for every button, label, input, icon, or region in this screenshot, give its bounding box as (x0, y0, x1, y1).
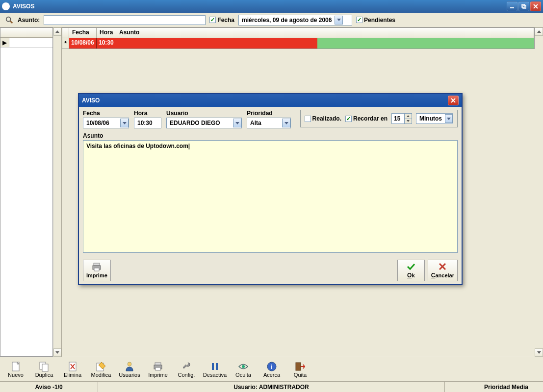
users-icon (125, 361, 134, 372)
cancelar-button[interactable]: Cancelar (428, 260, 458, 281)
modifica-button[interactable]: Modifica (87, 358, 115, 380)
svg-rect-16 (155, 368, 160, 370)
current-row-indicator: ▶ (0, 38, 9, 47)
prioridad-field[interactable]: Alta (247, 118, 291, 128)
scroll-up-button[interactable] (535, 27, 543, 36)
fecha-dropdown[interactable]: miércoles, 09 de agosto de 2006 (238, 15, 352, 25)
acerca-button[interactable]: iAcerca (258, 358, 285, 380)
side-grid[interactable]: ▶ (0, 27, 53, 357)
config-button[interactable]: Config. (173, 358, 200, 380)
svg-rect-7 (94, 268, 99, 271)
close-button[interactable] (530, 1, 541, 11)
duplica-button[interactable]: Duplica (30, 358, 58, 380)
chevron-down-icon[interactable] (445, 114, 453, 123)
recordar-spinner[interactable]: 15 (391, 113, 412, 124)
desactiva-button[interactable]: Desactiva (201, 358, 229, 380)
new-icon (11, 361, 21, 372)
svg-rect-5 (94, 263, 100, 266)
pendientes-label: Pendientes (364, 17, 395, 24)
hora-label: Hora (134, 110, 161, 117)
spin-up-icon[interactable] (404, 114, 412, 119)
ok-button[interactable]: Ok (397, 260, 425, 281)
svg-rect-17 (212, 363, 214, 370)
pendientes-checkbox[interactable] (356, 17, 362, 23)
main-scrollbar[interactable] (535, 27, 543, 357)
chevron-down-icon[interactable] (233, 119, 241, 127)
fecha-chk-label: Fecha (217, 17, 234, 24)
cell-asunto-green (317, 38, 534, 49)
row-marker: * (62, 38, 69, 49)
prioridad-label: Prioridad (247, 110, 291, 117)
chevron-down-icon[interactable] (282, 119, 290, 127)
chevron-down-icon[interactable] (335, 16, 343, 24)
asunto-filter-input[interactable] (44, 15, 206, 25)
usuario-label: Usuario (166, 110, 242, 117)
filter-bar: Asunto: Fecha miércoles, 09 de agosto de… (0, 13, 543, 27)
realizado-checkbox-wrap[interactable]: Realizado. (305, 115, 341, 122)
quita-button[interactable]: Quita (286, 358, 314, 380)
check-icon (406, 262, 416, 271)
svg-rect-2 (523, 5, 526, 8)
printer-icon (153, 361, 163, 372)
status-left: Aviso -1/0 (0, 382, 98, 392)
info-icon: i (267, 361, 277, 372)
oculta-button[interactable]: Oculta (230, 358, 257, 380)
cell-hora: 10:30 (97, 38, 116, 49)
side-scrollbar[interactable] (53, 27, 61, 357)
dialog-title: AVISO (82, 97, 100, 104)
status-center: Usuario: ADMINISTRADOR (98, 382, 445, 392)
elimina-button[interactable]: Elimina (59, 358, 86, 380)
svg-rect-22 (296, 363, 301, 370)
unidad-field[interactable]: Minutos (416, 113, 453, 124)
fecha-label: Fecha (83, 110, 129, 117)
cell-fecha: 10/08/06 (69, 38, 97, 49)
nuevo-button[interactable]: Nuevo (2, 358, 29, 380)
hora-field[interactable]: 10:30 (134, 118, 161, 128)
svg-rect-18 (216, 363, 218, 370)
fecha-field[interactable]: 10/08/06 (83, 118, 129, 128)
fecha-checkbox[interactable] (209, 17, 216, 23)
imprime-button[interactable]: Imprime (83, 260, 111, 281)
fecha-checkbox-wrap[interactable]: Fecha (209, 17, 234, 24)
usuarios-button[interactable]: Usuarios (116, 358, 143, 380)
svg-rect-14 (155, 363, 161, 365)
window-title: AVISOS (13, 3, 34, 10)
col-hora[interactable]: Hora (97, 28, 116, 38)
asunto-filter-label: Asunto: (18, 17, 40, 24)
aviso-dialog: AVISO Fecha 10/08/06 Hora 10:30 Usuario … (78, 93, 463, 285)
side-panel: ▶ (0, 27, 62, 357)
minimize-button[interactable] (507, 1, 517, 11)
edit-icon (96, 361, 106, 372)
scroll-down-button[interactable] (53, 348, 61, 357)
dialog-close-button[interactable] (448, 96, 459, 105)
status-right: Prioridad Media (445, 382, 543, 392)
fecha-value: miércoles, 09 de agosto de 2006 (242, 17, 332, 24)
imprime-tool-button[interactable]: Imprime (144, 358, 172, 380)
recordar-checkbox-wrap[interactable]: Recordar en (345, 115, 388, 122)
options-group: Realizado. Recordar en 15 Minutos (300, 110, 458, 127)
realizado-checkbox[interactable] (305, 116, 311, 122)
svg-point-3 (6, 17, 11, 21)
dialog-titlebar[interactable]: AVISO (79, 94, 462, 107)
spin-down-icon[interactable] (404, 119, 412, 124)
asunto-textarea[interactable]: Visita las oficinas de Uptodown.com| (83, 140, 458, 253)
usuario-field[interactable]: EDUARDO DIEGO (166, 118, 242, 128)
scroll-down-button[interactable] (535, 348, 543, 357)
svg-rect-1 (522, 4, 525, 7)
delete-icon (68, 361, 78, 372)
svg-line-4 (10, 21, 13, 23)
window-titlebar: ◐ AVISOS (0, 0, 543, 13)
cancel-icon (438, 262, 447, 271)
svg-point-13 (128, 362, 131, 366)
chevron-down-icon[interactable] (120, 119, 129, 127)
restore-button[interactable] (518, 1, 529, 11)
scroll-up-button[interactable] (53, 27, 61, 36)
search-icon (5, 16, 14, 24)
col-fecha[interactable]: Fecha (69, 28, 97, 38)
svg-text:i: i (271, 364, 272, 370)
status-bar: Aviso -1/0 Usuario: ADMINISTRADOR Priori… (0, 381, 543, 392)
recordar-checkbox[interactable] (345, 116, 352, 122)
grid-row[interactable]: * 10/08/06 10:30 (62, 38, 535, 49)
pendientes-checkbox-wrap[interactable]: Pendientes (356, 17, 395, 24)
col-asunto[interactable]: Asunto (116, 28, 534, 38)
